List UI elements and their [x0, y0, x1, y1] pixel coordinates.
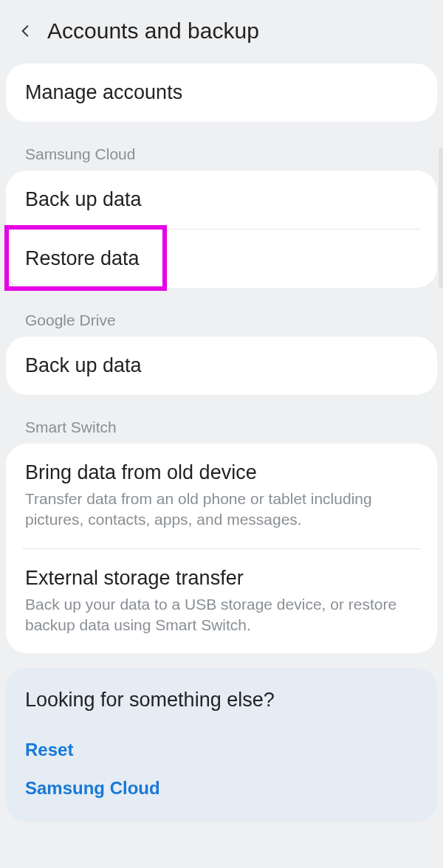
samsung-cloud-link[interactable]: Samsung Cloud — [25, 769, 418, 807]
row-title: External storage transfer — [25, 567, 418, 590]
row-description: Back up your data to a USB storage devic… — [25, 594, 418, 636]
section-label-smart-switch: Smart Switch — [6, 404, 437, 444]
manage-accounts-card: Manage accounts — [6, 63, 437, 122]
row-title: Bring data from old device — [25, 461, 418, 484]
row-title: Back up data — [25, 354, 418, 377]
settings-screen: Accounts and backup Manage accounts Sams… — [0, 0, 443, 828]
samsung-cloud-card: Back up data Restore data — [6, 170, 437, 288]
row-title: Back up data — [25, 188, 418, 211]
gdrive-backup-row[interactable]: Back up data — [6, 337, 437, 395]
row-description: Transfer data from an old phone or table… — [25, 489, 418, 531]
backup-data-row[interactable]: Back up data — [6, 170, 437, 229]
page-title: Accounts and backup — [47, 18, 259, 44]
smart-switch-card: Bring data from old device Transfer data… — [6, 444, 437, 653]
header-bar: Accounts and backup — [6, 6, 437, 63]
scrollbar-indicator — [439, 148, 443, 288]
chevron-left-icon — [18, 21, 32, 41]
restore-data-row[interactable]: Restore data — [6, 230, 437, 288]
looking-for-card: Looking for something else? Reset Samsun… — [6, 668, 437, 822]
back-button[interactable] — [10, 16, 40, 46]
section-label-samsung-cloud: Samsung Cloud — [6, 131, 437, 170]
bring-data-row[interactable]: Bring data from old device Transfer data… — [6, 444, 437, 548]
looking-for-title: Looking for something else? — [25, 689, 418, 712]
external-storage-row[interactable]: External storage transfer Back up your d… — [6, 549, 437, 654]
section-label-google-drive: Google Drive — [6, 297, 437, 337]
manage-accounts-row[interactable]: Manage accounts — [6, 63, 437, 122]
google-drive-card: Back up data — [6, 337, 437, 395]
row-title: Restore data — [25, 247, 418, 270]
reset-link[interactable]: Reset — [25, 731, 418, 769]
row-title: Manage accounts — [25, 81, 418, 104]
